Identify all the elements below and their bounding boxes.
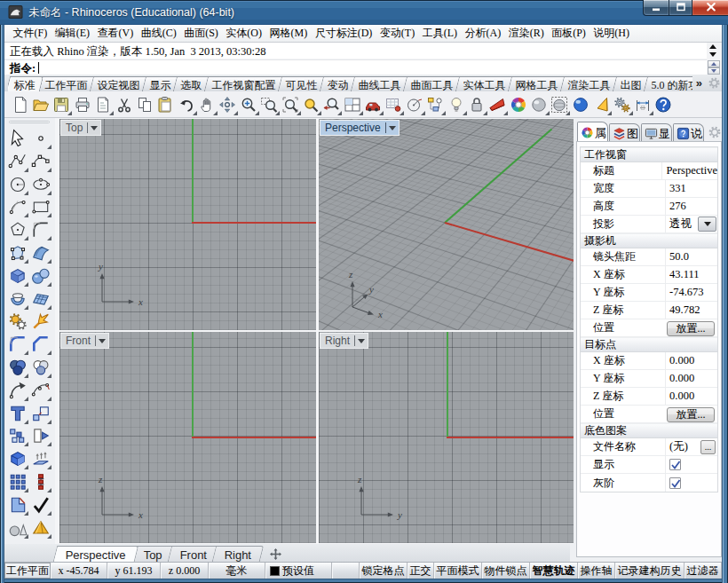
camera-y-value[interactable]: -74.673	[665, 284, 717, 301]
palette-tool-circle-center[interactable]	[7, 174, 28, 195]
palette-tool-fillet-edge[interactable]	[7, 334, 28, 355]
toolbar-button-undo[interactable]	[178, 96, 195, 114]
status-toggle-平面模式[interactable]: 平面模式	[434, 563, 482, 579]
panel-tab-tab-properties[interactable]: 属	[577, 122, 608, 141]
toolbar-tab-网格工具[interactable]: 网格工具	[508, 76, 566, 91]
toolbar-tab-可见性[interactable]: 可见性	[278, 76, 326, 91]
toolbar-button-save[interactable]	[52, 96, 70, 114]
palette-tool-point[interactable]	[30, 128, 51, 149]
panel-tab-tab-help[interactable]: 说	[673, 123, 704, 141]
target-y-value[interactable]: 0.000	[665, 370, 717, 387]
viewport-tab-perspective[interactable]: Perspective	[53, 546, 138, 562]
tab-overflow-chevron[interactable]: »	[696, 76, 702, 90]
title-bar[interactable]: 未命名 - Rhinoceros (Educational) (64-bit)	[0, 0, 728, 25]
status-toggle-锁定格点[interactable]: 锁定格点	[360, 563, 408, 579]
menu-item-工具-l-[interactable]: 工具(L)	[420, 25, 459, 42]
palette-tool-extrude[interactable]	[30, 448, 51, 469]
camera-x-value[interactable]: 43.111	[665, 266, 717, 283]
tabstrip-gear-icon[interactable]	[708, 76, 721, 90]
palette-tool-curve-handles[interactable]	[30, 151, 51, 172]
toolbar-button-cone[interactable]	[592, 96, 610, 114]
projection-dropdown-button[interactable]	[698, 217, 716, 232]
toolbar-button-export-page[interactable]	[94, 96, 112, 114]
toolbar-button-sphere-shaded[interactable]	[530, 96, 548, 114]
toolbar-tab-实体工具[interactable]: 实体工具	[455, 76, 514, 91]
palette-tool-curve-arrow[interactable]	[7, 380, 28, 401]
palette-tool-boolean-diff[interactable]	[30, 357, 51, 378]
menu-item-查看-v-[interactable]: 查看(V)	[95, 25, 136, 42]
scroll-down-icon[interactable]	[709, 52, 716, 57]
maximize-button[interactable]	[669, 0, 692, 16]
grayscale-checkbox[interactable]	[669, 477, 681, 489]
browse-button[interactable]: ...	[700, 440, 716, 454]
layer-cell[interactable]: 预设值	[265, 563, 332, 579]
toolbar-button-lock[interactable]	[468, 96, 486, 114]
palette-tool-ellipse[interactable]	[30, 174, 51, 195]
toolbar-button-pan[interactable]	[198, 96, 216, 114]
palette-tool-blocks[interactable]	[7, 425, 28, 446]
viewport-title-front[interactable]: Front	[60, 333, 109, 349]
status-toggle-操作轴[interactable]: 操作轴	[578, 563, 615, 579]
toolbar-button-zoom-back[interactable]	[322, 96, 340, 114]
palette-tool-primitives[interactable]	[7, 517, 28, 539]
camera-z-value[interactable]: 49.782	[665, 302, 717, 319]
cplane-button[interactable]: 工作平面	[4, 563, 51, 579]
viewport-menu-arrow-icon[interactable]	[91, 126, 98, 130]
toolbar-button-paste[interactable]	[156, 96, 174, 114]
toolbar-button-rotate-view[interactable]	[218, 96, 236, 114]
menu-item-变动-t-[interactable]: 变动(T)	[377, 25, 416, 42]
palette-tool-box[interactable]	[7, 265, 28, 287]
palette-tool-arc-handles[interactable]	[30, 380, 51, 401]
toolbar-tab-曲线工具[interactable]: 曲线工具	[351, 76, 409, 91]
toolbar-tab-渲染工具[interactable]: 渲染工具	[560, 76, 619, 91]
spin-down-button[interactable]	[708, 67, 720, 75]
minimize-button[interactable]	[643, 0, 669, 16]
status-toggle-记录建构历史[interactable]: 记录建构历史	[615, 563, 684, 579]
units-cell[interactable]: 毫米	[209, 563, 265, 579]
palette-tool-boolean-union[interactable]	[7, 357, 28, 378]
menu-item-面板-p-[interactable]: 面板(P)	[550, 25, 589, 42]
menu-item-编辑-e-[interactable]: 编辑(E)	[52, 25, 91, 42]
toolbar-button-open-folder[interactable]	[32, 96, 50, 114]
close-button[interactable]	[692, 0, 728, 16]
palette-tool-explode[interactable]	[30, 311, 51, 332]
toolbar-button-lightbulb[interactable]	[447, 96, 465, 114]
toolbar-button-copy[interactable]	[136, 96, 154, 114]
panel-tab-tab-display[interactable]: 显	[641, 123, 672, 141]
viewport-title-value[interactable]: Perspective	[661, 162, 717, 179]
toolbar-button-color-wheel[interactable]	[510, 96, 527, 114]
toolbar-button-wedge[interactable]	[488, 96, 506, 114]
palette-tool-pyramid[interactable]	[30, 517, 51, 539]
palette-tool-polyline[interactable]	[7, 151, 28, 172]
spin-up-button[interactable]	[708, 60, 720, 67]
menu-item-网格-m-[interactable]: 网格(M)	[267, 25, 310, 42]
palette-tool-text-t[interactable]	[7, 403, 28, 424]
palette-tool-fillet-corner[interactable]	[30, 219, 51, 240]
palette-tool-spheres[interactable]	[30, 265, 51, 287]
viewport-perspective[interactable]: Perspective z y x	[319, 119, 574, 330]
palette-tool-patch-surface[interactable]	[30, 242, 51, 264]
toolbar-tab-工作视窗配置[interactable]: 工作视窗配置	[204, 76, 284, 91]
toolbar-tab-曲面工具[interactable]: 曲面工具	[403, 76, 462, 91]
new-viewport-tab-icon[interactable]	[270, 548, 281, 562]
palette-tool-pointer[interactable]	[7, 128, 28, 149]
target-x-value[interactable]: 0.000	[665, 352, 717, 369]
palette-tool-surface-cp[interactable]	[7, 242, 28, 264]
viewport-menu-arrow-icon[interactable]	[389, 126, 396, 130]
viewport-title-right[interactable]: Right	[320, 333, 368, 349]
target-place-button[interactable]: 放置...	[667, 407, 715, 422]
toolbar-button-sphere-wire[interactable]	[550, 96, 568, 114]
viewport-title-perspective[interactable]: Perspective	[320, 120, 400, 136]
toolbar-button-gears[interactable]	[613, 96, 631, 114]
command-history[interactable]: 正在载入 Rhino 渲染，版本 1.50, Jan 3 2013, 03:30…	[4, 43, 707, 59]
toolbar-tab-5-0-的新功能[interactable]: 5.0 的新功能	[644, 76, 692, 91]
palette-tool-mesh-sheet[interactable]	[30, 288, 51, 310]
menu-item-曲面-s-[interactable]: 曲面(S)	[182, 25, 221, 42]
scroll-up-icon[interactable]	[709, 44, 716, 49]
menu-item-曲线-c-[interactable]: 曲线(C)	[138, 25, 178, 42]
palette-drag-handle[interactable]	[9, 121, 50, 123]
toolbar-tab-标准[interactable]: 标准	[8, 76, 44, 91]
viewport-front[interactable]: Front z x	[59, 332, 316, 543]
panel-gear-icon[interactable]	[708, 125, 722, 139]
toolbar-button-zoom-in[interactable]	[240, 96, 257, 114]
